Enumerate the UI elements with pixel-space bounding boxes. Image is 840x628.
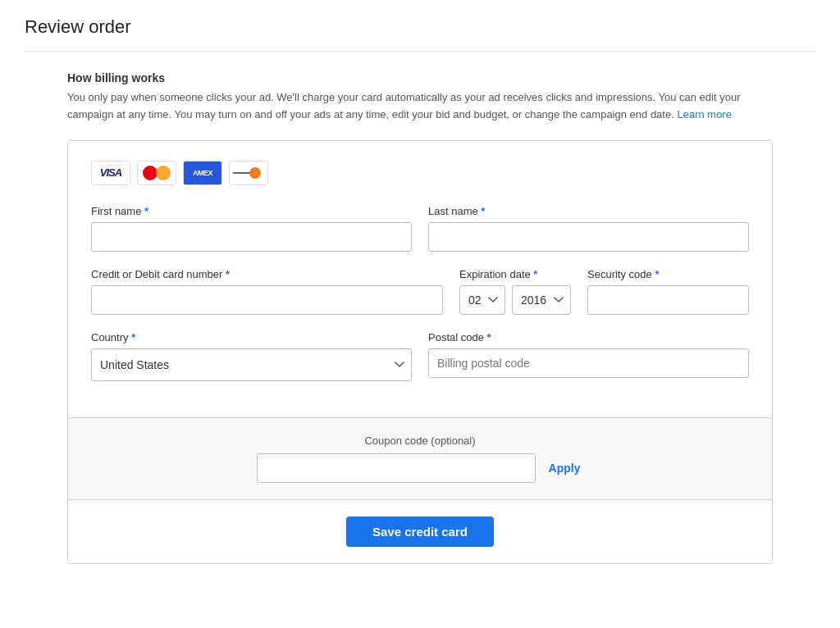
page-title: Review order [25, 16, 815, 52]
expiry-selects-row: 01 02 03 04 05 06 07 08 09 10 11 [459, 285, 571, 315]
billing-description: You only pay when someone clicks your ad… [67, 91, 740, 121]
coupon-row: Apply [91, 453, 749, 483]
coupon-label: Coupon code (optional) [91, 435, 749, 447]
save-credit-card-button[interactable]: Save credit card [346, 517, 494, 547]
coupon-input[interactable] [257, 453, 536, 483]
country-select-wrapper: United States Canada United Kingdom Aust… [91, 348, 412, 381]
country-select[interactable]: United States Canada United Kingdom Aust… [91, 348, 412, 381]
expiry-month-select[interactable]: 01 02 03 04 05 06 07 08 09 10 11 [459, 285, 505, 315]
card-icons-row: VISA AMEX [91, 161, 749, 185]
postal-code-group: Postal code * [428, 331, 749, 381]
save-section: Save credit card [68, 499, 772, 563]
country-group: Country * United States Canada United Ki… [91, 331, 412, 381]
last-name-label: Last name * [428, 205, 749, 217]
billing-info-text: You only pay when someone clicks your ad… [67, 89, 773, 124]
apply-button[interactable]: Apply [546, 462, 584, 475]
card-form-wrapper: VISA AMEX [67, 140, 773, 564]
expiry-group: Expiration date * 01 02 03 04 05 06 07 [459, 268, 571, 315]
country-label: Country * [91, 331, 412, 344]
card-number-label: Credit or Debit card number * [91, 268, 443, 280]
billing-info-section: How billing works You only pay when some… [67, 71, 773, 124]
first-name-group: First name * [91, 205, 412, 252]
card-details-row: Credit or Debit card number * Expiration… [91, 268, 749, 315]
first-name-label: First name * [91, 205, 412, 217]
amex-icon: AMEX [183, 161, 222, 185]
card-number-input[interactable] [91, 285, 443, 315]
billing-info-title: How billing works [67, 71, 773, 84]
postal-code-input[interactable] [428, 348, 749, 378]
expiry-year-select[interactable]: 2016 2017 2018 2019 2020 2021 2022 2023 … [512, 285, 571, 315]
card-number-group: Credit or Debit card number * [91, 268, 443, 315]
expiry-label: Expiration date * [459, 268, 571, 280]
security-code-label: Security code * [587, 268, 749, 280]
last-name-input[interactable] [428, 222, 749, 252]
last-name-group: Last name * [428, 205, 749, 252]
visa-icon: VISA [91, 161, 130, 185]
name-row: First name * Last name * [91, 205, 749, 252]
content-area: How billing works You only pay when some… [67, 71, 773, 564]
mastercard-icon [137, 161, 176, 185]
security-code-input[interactable] [587, 285, 749, 315]
security-code-group: Security code * [587, 268, 749, 315]
coupon-section: Coupon code (optional) Apply [68, 417, 772, 499]
postal-code-label: Postal code * [428, 331, 749, 344]
card-form-section: VISA AMEX [68, 141, 772, 417]
learn-more-link[interactable]: Learn more [677, 108, 731, 121]
first-name-input[interactable] [91, 222, 412, 252]
page-container: Review order How billing works You only … [0, 0, 840, 580]
discover-icon [229, 161, 268, 185]
country-postal-row: Country * United States Canada United Ki… [91, 331, 749, 381]
